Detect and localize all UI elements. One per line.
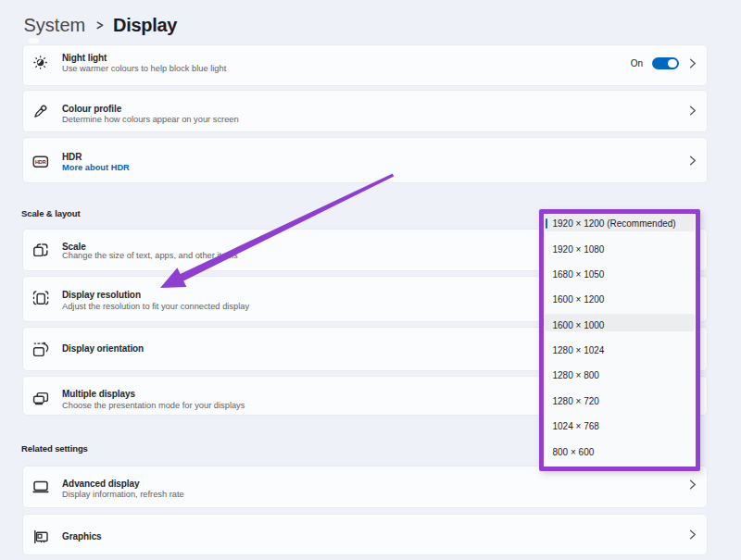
svg-text:HDR: HDR (35, 159, 46, 165)
